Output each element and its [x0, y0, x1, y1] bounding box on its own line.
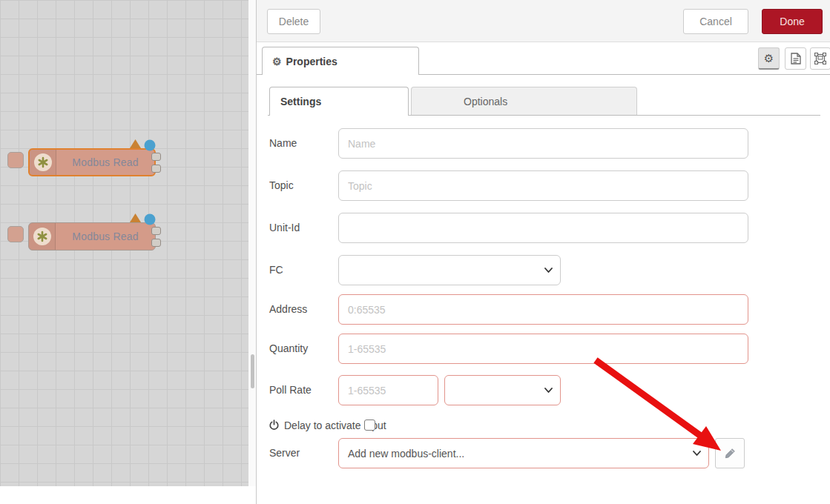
server-select[interactable]: Add new modbus-client...	[338, 438, 709, 468]
name-input[interactable]	[338, 128, 748, 159]
poll-rate-unit-select[interactable]	[444, 375, 561, 405]
tab-optionals-label: Optionals	[464, 96, 507, 107]
tab-properties-label: Properties	[286, 56, 337, 67]
delay-input-checkbox[interactable]	[364, 420, 375, 431]
chevron-down-icon	[544, 268, 553, 273]
server-label: Server	[269, 447, 300, 459]
node-icon-area	[29, 223, 56, 250]
node-warning-triangle-icon	[130, 139, 141, 148]
document-icon	[791, 53, 801, 64]
edit-server-button[interactable]	[715, 438, 745, 468]
done-button[interactable]: Done	[762, 9, 823, 34]
node-button[interactable]	[7, 152, 24, 168]
tray-scrollbar-track[interactable]	[248, 0, 256, 486]
quantity-input[interactable]	[338, 334, 748, 364]
node-changed-dot-icon	[144, 213, 156, 225]
address-input[interactable]	[338, 294, 748, 325]
modbus-read-node[interactable]: Modbus Read	[28, 148, 156, 176]
tab-properties[interactable]: ⚙ Properties	[262, 47, 419, 75]
modbus-read-node[interactable]: Modbus Read	[28, 222, 156, 251]
unit-id-label: Unit-Id	[269, 222, 300, 233]
poll-rate-label: Poll Rate	[269, 384, 312, 396]
poll-rate-input[interactable]	[338, 375, 438, 405]
tab-settings[interactable]: Settings	[269, 87, 409, 116]
server-select-value: Add new modbus-client...	[348, 448, 464, 460]
node-output-port[interactable]	[151, 239, 161, 247]
appearance-icon-button[interactable]	[810, 47, 830, 70]
fc-select[interactable]	[338, 255, 561, 285]
unit-id-input[interactable]	[338, 213, 748, 243]
node-label: Modbus Read	[56, 231, 155, 242]
modbus-asterisk-icon	[33, 228, 51, 245]
quantity-label: Quantity	[269, 342, 308, 354]
node-icon-area	[30, 150, 56, 175]
address-label: Address	[269, 303, 307, 315]
edit-tray: Delete Cancel Done ⚙ Properties ⚙ Settin…	[256, 0, 830, 504]
gear-icon: ⚙	[764, 52, 774, 65]
tab-optionals[interactable]: Optionals	[411, 87, 637, 116]
chevron-down-icon	[693, 451, 701, 457]
tab-settings-label: Settings	[280, 96, 321, 107]
node-output-port[interactable]	[151, 165, 161, 173]
description-icon-button[interactable]	[785, 47, 806, 70]
node-label: Modbus Read	[56, 156, 154, 168]
name-label: Name	[269, 137, 297, 149]
properties-icon-button[interactable]: ⚙	[758, 47, 780, 70]
node-output-port[interactable]	[151, 227, 161, 235]
delete-button[interactable]: Delete	[267, 9, 320, 34]
pencil-icon	[725, 448, 736, 459]
gear-icon: ⚙	[272, 56, 282, 67]
topic-input[interactable]	[338, 170, 748, 201]
object-group-icon	[814, 53, 826, 64]
tray-scrollbar-thumb[interactable]	[251, 354, 254, 388]
node-button[interactable]	[7, 226, 24, 242]
power-icon	[269, 420, 280, 431]
node-warning-triangle-icon	[130, 213, 141, 222]
cancel-button[interactable]: Cancel	[683, 9, 748, 34]
topic-label: Topic	[269, 179, 294, 191]
modbus-asterisk-icon	[34, 153, 52, 171]
node-changed-dot-icon	[144, 139, 156, 151]
fc-label: FC	[269, 264, 283, 276]
chevron-down-icon	[544, 388, 553, 394]
node-output-port[interactable]	[151, 153, 161, 161]
